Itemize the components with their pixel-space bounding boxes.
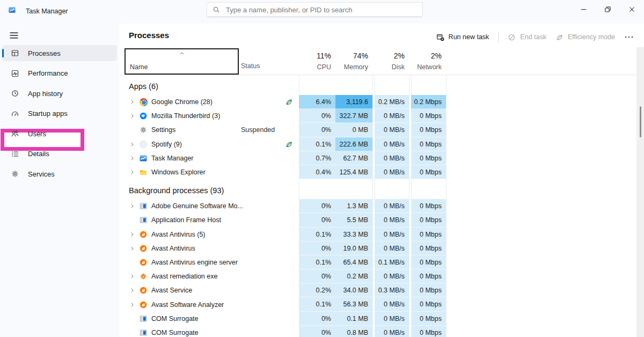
- cpu-cell: 0.2%: [299, 283, 335, 297]
- sidebar-item-startup-apps[interactable]: Startup apps: [2, 106, 117, 122]
- cpu-cell: 0.1%: [299, 255, 335, 269]
- expand-chevron-icon[interactable]: [129, 302, 135, 307]
- end-task-label: End task: [520, 33, 546, 41]
- memory-column-header[interactable]: 74% Memory: [335, 47, 372, 75]
- table-row[interactable]: Application Frame Host0%5.5 MB0 MB/s0 Mb…: [119, 213, 636, 227]
- memory-cell: 19.0 MB: [335, 241, 372, 255]
- window-icon: [139, 328, 148, 337]
- disk-cell: 0 MB/s: [375, 326, 409, 337]
- table-row[interactable]: Avast Software Analyzer0.1%56.3 MB0 MB/s…: [119, 297, 636, 311]
- scrollbar-thumb[interactable]: [640, 106, 641, 137]
- memory-cell: 34.0 MB: [335, 283, 372, 297]
- expand-chevron-icon[interactable]: [129, 113, 135, 119]
- disk-column-header[interactable]: 2% Disk: [375, 47, 409, 75]
- name-column-header[interactable]: Name: [125, 48, 239, 75]
- table-row[interactable]: Adobe Genuine Software Mo...0%1.3 MB0 MB…: [119, 199, 636, 213]
- process-name: Avast Antivirus engine server: [151, 259, 238, 266]
- search-box[interactable]: [207, 2, 423, 17]
- task-manager-app-icon: [8, 6, 17, 14]
- process-name: Spotify (9): [151, 141, 182, 148]
- avastbug-icon: [139, 272, 148, 281]
- network-cell: 0 Mbps: [411, 326, 446, 337]
- page-title: Processes: [129, 31, 169, 40]
- sidebar-item-users[interactable]: Users: [2, 126, 117, 142]
- run-new-task-button[interactable]: Run new task: [436, 33, 489, 41]
- table-row[interactable]: COM Surrogate0%0.8 MB0 MB/s0 Mbps: [119, 326, 636, 337]
- cpu-cell: 0%: [299, 123, 335, 137]
- table-row[interactable]: Task Manager0.7%62.7 MB0 MB/s0 Mbps: [119, 151, 636, 165]
- process-name: Google Chrome (28): [151, 98, 213, 106]
- process-name: COM Surrogate: [151, 329, 199, 336]
- process-name: Adobe Genuine Software Mo...: [151, 202, 243, 210]
- expand-chevron-icon[interactable]: [129, 99, 135, 105]
- expand-chevron-icon[interactable]: [129, 203, 135, 209]
- table-row[interactable]: Avast Antivirus (5)0.1%33.3 MB0 MB/s0 Mb…: [119, 228, 636, 241]
- tm-icon: [139, 154, 148, 163]
- spotify-icon: [140, 141, 147, 148]
- main-panel: Processes Run new task End task Efficien…: [119, 24, 644, 337]
- memory-cell: 0.2 MB: [335, 269, 372, 283]
- table-row[interactable]: COM Surrogate0%0.1 MB0 MB/s0 Mbps: [119, 312, 636, 326]
- expand-chevron-icon[interactable]: [129, 231, 135, 237]
- expand-chevron-icon[interactable]: [129, 155, 135, 161]
- table-row[interactable]: Google Chrome (28)6.4%3,119.6 MB0.2 MB/s…: [119, 95, 636, 109]
- history-icon: [11, 89, 19, 98]
- expand-chevron-icon[interactable]: [129, 245, 135, 251]
- sidebar-item-app-history[interactable]: App history: [2, 85, 117, 101]
- sidebar-item-label: Performance: [28, 69, 68, 77]
- new-task-icon: [436, 33, 444, 41]
- cpu-cell: 0.1%: [299, 228, 335, 241]
- avast-icon: [139, 286, 148, 295]
- process-name: Application Frame Host: [151, 216, 221, 224]
- table-row[interactable]: Avast remediation exe0%0.2 MB0 MB/s0 Mbp…: [119, 269, 636, 283]
- table-row[interactable]: Avast Service0.2%34.0 MB0.3 MB/s0 Mbps: [119, 283, 636, 297]
- sidebar-item-processes[interactable]: Processes: [2, 45, 117, 61]
- table-row[interactable]: Avast Antivirus engine server0.1%65.4 MB…: [119, 255, 636, 269]
- end-task-button[interactable]: End task: [508, 33, 546, 41]
- expand-chevron-icon[interactable]: [129, 288, 135, 294]
- scrollbar-track[interactable]: [636, 47, 644, 337]
- disk-cell: 0 MB/s: [375, 165, 409, 179]
- network-cell: 0 Mbps: [411, 213, 446, 227]
- sidebar-item-label: Startup apps: [28, 109, 68, 118]
- network-cell: 0 Mbps: [411, 297, 446, 311]
- table-row[interactable]: Spotify (9)0.1%222.6 MB0 MB/s0 Mbps: [119, 137, 636, 151]
- expand-chevron-icon[interactable]: [129, 274, 135, 280]
- chrome-icon: [140, 98, 148, 106]
- menu-button[interactable]: [9, 30, 20, 41]
- close-button[interactable]: [620, 0, 644, 18]
- memory-cell: 3,119.6 MB: [335, 95, 372, 109]
- table-row[interactable]: SettingsSuspended0%0 MB0 MB/s0 Mbps: [119, 123, 636, 137]
- network-cell: 0 Mbps: [411, 312, 446, 326]
- sidebar-item-services[interactable]: Services: [2, 166, 117, 182]
- process-status: Suspended: [241, 126, 275, 134]
- avast-icon: [139, 258, 148, 267]
- network-label: Network: [417, 63, 442, 71]
- restore-button[interactable]: [596, 0, 620, 18]
- sidebar-item-details[interactable]: Details: [2, 146, 117, 162]
- memory-cell: 33.3 MB: [335, 228, 372, 241]
- process-name: Avast Software Analyzer: [151, 301, 224, 309]
- table-row[interactable]: Mozilla Thunderbird (3)0%322.7 MB0 MB/s0…: [119, 109, 636, 123]
- users-icon: [11, 129, 19, 138]
- memory-cell: 125.4 MB: [335, 165, 372, 179]
- expand-chevron-icon[interactable]: [129, 170, 135, 175]
- process-name: Avast Service: [151, 287, 192, 294]
- sidebar-nav: ProcessesPerformanceApp historyStartup a…: [2, 45, 117, 186]
- cpu-column-header[interactable]: 11% CPU: [299, 47, 335, 75]
- table-row[interactable]: Avast Antivirus0%19.0 MB0 MB/s0 Mbps: [119, 241, 636, 255]
- memory-cell: 5.5 MB: [335, 213, 372, 227]
- startup-icon: [11, 109, 19, 118]
- more-options-button[interactable]: ⋯: [624, 34, 634, 40]
- search-input[interactable]: [225, 5, 417, 14]
- network-column-header[interactable]: 2% Network: [411, 47, 446, 75]
- table-row[interactable]: Windows Explorer0.4%125.4 MB0 MB/s0 Mbps: [119, 165, 636, 179]
- efficiency-mode-button[interactable]: Efficiency mode: [555, 33, 615, 41]
- status-column-header[interactable]: Status: [241, 62, 260, 70]
- memory-cell: 322.7 MB: [335, 109, 372, 123]
- network-cell: 0.2 Mbps: [411, 95, 446, 109]
- disk-cell: 0 MB/s: [375, 297, 409, 311]
- minimize-button[interactable]: [572, 0, 596, 18]
- expand-chevron-icon[interactable]: [129, 141, 135, 147]
- sidebar-item-performance[interactable]: Performance: [2, 65, 117, 82]
